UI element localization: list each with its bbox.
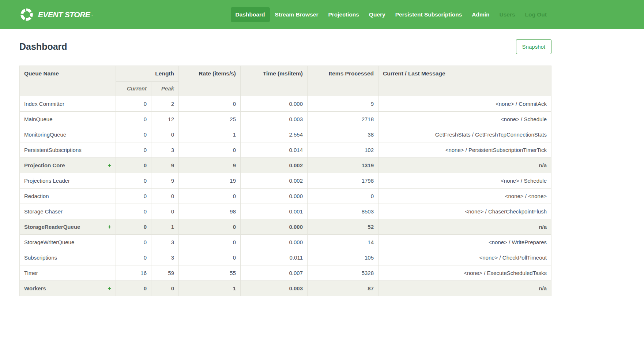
col-header-rate: Rate (items/s) <box>179 66 241 96</box>
items-processed-value: 0 <box>308 189 379 204</box>
length-peak-value: 9 <box>151 158 179 173</box>
nav-item-admin[interactable]: Admin <box>467 7 494 22</box>
last-message-value: <none> / CommitAck <box>379 96 551 112</box>
time-value: 0.002 <box>241 158 308 173</box>
length-current-value: 0 <box>116 96 151 112</box>
queue-row: PersistentSubscriptions 0 3 0 0.014 102 … <box>20 142 551 158</box>
queues-table-head: Queue Name Length Rate (items/s) Time (m… <box>20 66 551 96</box>
queue-name: StorageReaderQueue <box>24 224 80 230</box>
queue-row: Subscriptions 0 3 0 0.011 105 <none> / C… <box>20 250 551 265</box>
queues-table: Queue Name Length Rate (items/s) Time (m… <box>19 66 551 296</box>
nav-item-persistent-subscriptions[interactable]: Persistent Subscriptions <box>391 7 467 22</box>
time-value: 0.000 <box>241 219 308 235</box>
items-processed-value: 9 <box>308 96 379 112</box>
last-message-value: <none> / <none> <box>379 189 551 204</box>
length-peak-value: 3 <box>151 235 179 250</box>
rate-value: 55 <box>179 265 241 281</box>
queue-name: Storage Chaser <box>24 208 63 215</box>
time-value: 0.000 <box>241 96 308 112</box>
expand-plus-icon[interactable]: + <box>108 163 111 168</box>
top-nav: EVENT STORE . DashboardStream BrowserPro… <box>0 0 644 29</box>
items-processed-value: 87 <box>308 281 379 296</box>
length-peak-value: 9 <box>151 173 179 189</box>
queue-row: Storage Chaser 0 0 98 0.001 8503 <none> … <box>20 204 551 219</box>
last-message-value: <none> / WritePrepares <box>379 235 551 250</box>
queue-name: Projections Leader <box>24 178 70 184</box>
queue-row: MonitoringQueue 0 0 1 2.554 38 GetFreshS… <box>20 127 551 142</box>
time-value: 0.001 <box>241 204 308 219</box>
col-header-items-processed: Items Processed <box>308 66 379 96</box>
length-current-value: 0 <box>116 112 151 127</box>
length-current-value: 16 <box>116 265 151 281</box>
last-message-value: n/a <box>379 158 551 173</box>
length-current-value: 0 <box>116 142 151 158</box>
queue-row: Redaction 0 0 0 0.000 0 <none> / <none> <box>20 189 551 204</box>
items-processed-value: 8503 <box>308 204 379 219</box>
queue-row: StorageWriterQueue 0 3 0 0.000 14 <none>… <box>20 235 551 250</box>
time-value: 0.014 <box>241 142 308 158</box>
nav-item-stream-browser[interactable]: Stream Browser <box>270 7 323 22</box>
rate-value: 9 <box>179 158 241 173</box>
expand-plus-icon[interactable]: + <box>108 286 111 291</box>
length-current-value: 0 <box>116 250 151 265</box>
last-message-value: <none> / ExecuteScheduledTasks <box>379 265 551 281</box>
last-message-value: <none> / Schedule <box>379 173 551 189</box>
last-message-value: <none> / PersistentSubscriptionTimerTick <box>379 142 551 158</box>
items-processed-value: 105 <box>308 250 379 265</box>
last-message-value: <none> / Schedule <box>379 112 551 127</box>
queue-name: MonitoringQueue <box>24 131 66 138</box>
length-current-value: 0 <box>116 281 151 296</box>
length-peak-value: 2 <box>151 96 179 112</box>
page-header: Dashboard Snapshot <box>19 39 551 55</box>
queue-name: Timer <box>24 270 38 276</box>
length-current-value: 0 <box>116 235 151 250</box>
queue-name: Projection Core <box>24 162 65 168</box>
items-processed-value: 38 <box>308 127 379 142</box>
time-value: 0.011 <box>241 250 308 265</box>
queue-row: StorageReaderQueue + 0 1 0 0.000 52 n/a <box>20 219 551 235</box>
rate-value: 98 <box>179 204 241 219</box>
queue-row: Projections Leader 0 9 19 0.002 1798 <no… <box>20 173 551 189</box>
length-peak-value: 0 <box>151 281 179 296</box>
queue-name: PersistentSubscriptions <box>24 147 82 153</box>
queue-name: StorageWriterQueue <box>24 239 74 245</box>
nav-item-query[interactable]: Query <box>364 7 390 22</box>
items-processed-value: 102 <box>308 142 379 158</box>
nav-container: EVENT STORE . DashboardStream BrowserPro… <box>19 7 551 22</box>
length-peak-value: 0 <box>151 189 179 204</box>
length-peak-value: 1 <box>151 219 179 235</box>
rate-value: 0 <box>179 96 241 112</box>
snapshot-button[interactable]: Snapshot <box>516 39 551 54</box>
queue-name: Redaction <box>24 193 49 199</box>
queue-row: MainQueue 0 12 25 0.003 2718 <none> / Sc… <box>20 112 551 127</box>
nav-item-dashboard[interactable]: Dashboard <box>231 7 270 22</box>
items-processed-value: 2718 <box>308 112 379 127</box>
brand-name: EVENT STORE <box>38 10 90 19</box>
rate-value: 0 <box>179 219 241 235</box>
length-peak-value: 0 <box>151 204 179 219</box>
last-message-value: <none> / ChaserCheckpointFlush <box>379 204 551 219</box>
last-message-value: <none> / CheckPollTimeout <box>379 250 551 265</box>
col-header-current: Current <box>116 82 151 96</box>
time-value: 0.000 <box>241 189 308 204</box>
nav-item-users[interactable]: Users <box>495 7 520 22</box>
time-value: 2.554 <box>241 127 308 142</box>
time-value: 0.003 <box>241 281 308 296</box>
last-message-value: n/a <box>379 219 551 235</box>
length-peak-value: 59 <box>151 265 179 281</box>
queue-row: Timer 16 59 55 0.007 5328 <none> / Execu… <box>20 265 551 281</box>
length-peak-value: 12 <box>151 112 179 127</box>
queue-name: Index Committer <box>24 101 64 107</box>
nav-item-log-out[interactable]: Log Out <box>520 7 551 22</box>
dashboard-page: Dashboard Snapshot Queue Name Length Rat… <box>19 39 551 296</box>
col-header-message: Current / Last Message <box>379 66 551 96</box>
rate-value: 1 <box>179 127 241 142</box>
time-value: 0.002 <box>241 173 308 189</box>
expand-plus-icon[interactable]: + <box>108 224 111 230</box>
length-current-value: 0 <box>116 189 151 204</box>
time-value: 0.000 <box>241 235 308 250</box>
length-peak-value: 3 <box>151 250 179 265</box>
nav-item-projections[interactable]: Projections <box>323 7 364 22</box>
brand[interactable]: EVENT STORE . <box>19 7 93 22</box>
length-current-value: 0 <box>116 219 151 235</box>
